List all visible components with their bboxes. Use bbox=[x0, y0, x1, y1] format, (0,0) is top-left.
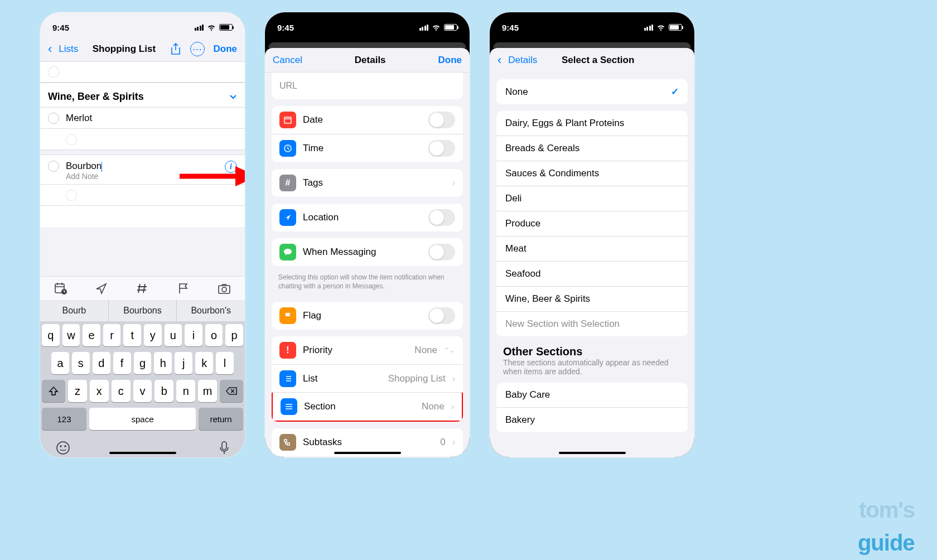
row-location[interactable]: Location bbox=[272, 204, 463, 231]
flag-icon[interactable] bbox=[177, 282, 190, 295]
key-s[interactable]: s bbox=[72, 352, 90, 374]
prediction[interactable]: Bourb bbox=[40, 300, 109, 321]
hashtag-icon[interactable] bbox=[136, 282, 149, 295]
key-d[interactable]: d bbox=[93, 352, 110, 374]
section-option[interactable]: Meat bbox=[496, 236, 688, 261]
prediction[interactable]: Bourbons bbox=[109, 300, 177, 321]
chevron-right-icon: › bbox=[452, 437, 455, 447]
section-option[interactable]: Wine, Beer & Spirits bbox=[496, 286, 688, 311]
key-i[interactable]: i bbox=[185, 324, 202, 346]
section-option[interactable]: Baby Care bbox=[496, 383, 688, 407]
reminder-radio[interactable] bbox=[66, 190, 77, 201]
toggle[interactable] bbox=[428, 307, 455, 324]
home-indicator[interactable] bbox=[334, 452, 401, 454]
status-time: 9:45 bbox=[52, 23, 69, 32]
key-m[interactable]: m bbox=[198, 380, 217, 402]
key-b[interactable]: b bbox=[154, 380, 173, 402]
section-option[interactable]: Breads & Cereals bbox=[496, 136, 688, 161]
key-r[interactable]: r bbox=[103, 324, 121, 346]
key-o[interactable]: o bbox=[205, 324, 223, 346]
key-n[interactable]: n bbox=[176, 380, 195, 402]
wifi-icon bbox=[207, 24, 216, 31]
info-icon[interactable]: i bbox=[225, 161, 237, 173]
done-button[interactable]: Done bbox=[214, 44, 238, 55]
key-j[interactable]: j bbox=[175, 352, 192, 374]
location-icon bbox=[279, 209, 296, 226]
back-button[interactable]: Lists bbox=[59, 44, 78, 55]
section-option[interactable]: Bakery bbox=[496, 407, 688, 432]
back-chevron-icon[interactable]: ‹ bbox=[48, 42, 52, 56]
battery-icon bbox=[444, 24, 457, 31]
row-time[interactable]: Time bbox=[272, 134, 463, 162]
share-icon[interactable] bbox=[170, 43, 181, 55]
add-note-placeholder[interactable]: Add Note bbox=[66, 172, 218, 181]
emoji-key[interactable] bbox=[56, 441, 70, 455]
key-c[interactable]: c bbox=[112, 380, 131, 402]
key-u[interactable]: u bbox=[165, 324, 182, 346]
space-key[interactable]: space bbox=[89, 408, 196, 430]
key-z[interactable]: z bbox=[68, 380, 87, 402]
section-option-none[interactable]: None✓ bbox=[496, 79, 688, 104]
page-title: Select a Section bbox=[562, 55, 634, 66]
shift-key[interactable] bbox=[42, 380, 65, 402]
home-indicator[interactable] bbox=[559, 452, 626, 454]
toggle[interactable] bbox=[428, 209, 455, 226]
backspace-key[interactable] bbox=[220, 380, 243, 402]
row-messaging[interactable]: When Messaging bbox=[272, 238, 463, 266]
section-title: Wine, Beer & Spirits bbox=[48, 91, 144, 103]
key-q[interactable]: q bbox=[42, 324, 60, 346]
reminder-radio[interactable] bbox=[48, 161, 59, 172]
return-key[interactable]: return bbox=[199, 408, 243, 430]
row-flag[interactable]: Flag bbox=[272, 302, 463, 330]
row-section[interactable]: SectionNone› bbox=[272, 392, 463, 422]
done-button[interactable]: Done bbox=[438, 55, 462, 66]
reminder-text-input[interactable]: Bourbon bbox=[66, 161, 102, 171]
cancel-button[interactable]: Cancel bbox=[273, 55, 302, 66]
section-option[interactable]: Dairy, Eggs & Plant Proteins bbox=[496, 111, 688, 136]
key-y[interactable]: y bbox=[144, 324, 162, 346]
toggle[interactable] bbox=[428, 244, 455, 260]
key-k[interactable]: k bbox=[195, 352, 213, 374]
toggle[interactable] bbox=[428, 112, 455, 128]
section-option[interactable]: Deli bbox=[496, 186, 688, 211]
section-header[interactable]: Wine, Beer & Spirits bbox=[40, 83, 245, 108]
key-x[interactable]: x bbox=[90, 380, 109, 402]
row-list[interactable]: ListShopping List› bbox=[272, 364, 463, 393]
home-indicator[interactable] bbox=[109, 452, 176, 454]
reminder-row[interactable]: Merlot bbox=[40, 108, 245, 129]
more-icon[interactable]: ⋯ bbox=[190, 42, 205, 56]
back-button[interactable]: Details bbox=[508, 55, 537, 66]
reminder-radio[interactable] bbox=[66, 134, 77, 145]
key-g[interactable]: g bbox=[134, 352, 152, 374]
key-a[interactable]: a bbox=[51, 352, 69, 374]
camera-icon[interactable] bbox=[218, 282, 231, 295]
key-t[interactable]: t bbox=[123, 324, 141, 346]
key-h[interactable]: h bbox=[154, 352, 172, 374]
prediction[interactable]: Bourbon's bbox=[177, 300, 245, 321]
reminder-radio[interactable] bbox=[48, 66, 59, 78]
key-f[interactable]: f bbox=[113, 352, 131, 374]
key-w[interactable]: w bbox=[62, 324, 80, 346]
reminder-row-editing[interactable]: Bourbon Add Note i bbox=[40, 155, 245, 185]
key-e[interactable]: e bbox=[83, 324, 100, 346]
row-date[interactable]: Date bbox=[272, 106, 463, 134]
reminder-radio[interactable] bbox=[48, 113, 59, 124]
row-tags[interactable]: #Tags› bbox=[272, 169, 463, 197]
phone-details: 9:45 Cancel Details Done URL Date Time #… bbox=[265, 12, 470, 457]
row-priority[interactable]: !PriorityNone⌃⌄ bbox=[272, 336, 463, 364]
key-p[interactable]: p bbox=[225, 324, 243, 346]
key-l[interactable]: l bbox=[216, 352, 234, 374]
section-option[interactable]: Seafood bbox=[496, 261, 688, 286]
location-icon[interactable] bbox=[95, 282, 108, 295]
toggle[interactable] bbox=[428, 140, 455, 157]
calendar-icon[interactable] bbox=[54, 282, 67, 295]
mic-key[interactable] bbox=[219, 441, 229, 455]
section-option[interactable]: Produce bbox=[496, 211, 688, 236]
section-option[interactable]: Sauces & Condiments bbox=[496, 161, 688, 186]
status-bar: 9:45 bbox=[265, 12, 470, 37]
wifi-icon bbox=[432, 24, 441, 31]
url-field[interactable]: URL bbox=[272, 73, 463, 99]
back-chevron-icon[interactable]: ‹ bbox=[498, 53, 501, 67]
key-v[interactable]: v bbox=[133, 380, 152, 402]
numeric-key[interactable]: 123 bbox=[42, 408, 86, 430]
